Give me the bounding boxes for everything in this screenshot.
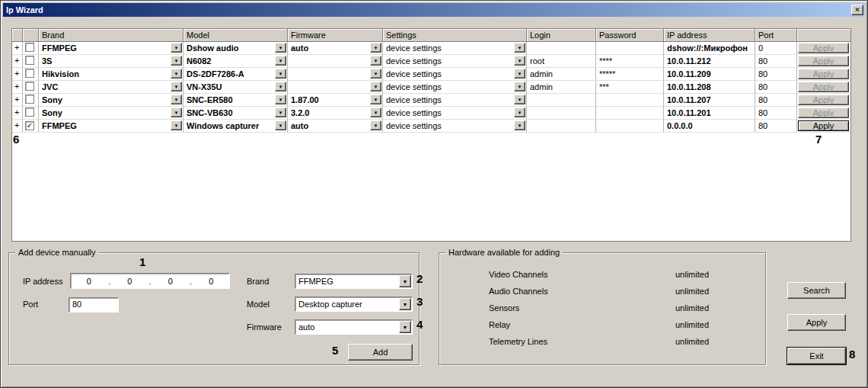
chevron-down-icon[interactable]: ▼ bbox=[275, 120, 286, 130]
chevron-down-icon[interactable]: ▼ bbox=[275, 107, 286, 117]
ip-octet-2[interactable]: 0 bbox=[112, 277, 148, 286]
chevron-down-icon[interactable]: ▼ bbox=[399, 321, 411, 333]
ip-octet-3[interactable]: 0 bbox=[152, 277, 189, 286]
login-cell[interactable] bbox=[527, 94, 596, 107]
chevron-down-icon[interactable]: ▼ bbox=[275, 69, 286, 79]
password-cell[interactable] bbox=[596, 120, 664, 133]
chevron-down-icon[interactable]: ▼ bbox=[275, 43, 286, 53]
ip-octet-4[interactable]: 0 bbox=[193, 277, 230, 286]
settings-cell[interactable]: device settings ▼ bbox=[383, 94, 527, 107]
apply-button[interactable]: Apply bbox=[787, 314, 846, 331]
login-cell[interactable]: root bbox=[527, 55, 596, 68]
row-checkbox[interactable] bbox=[25, 56, 34, 65]
ip-address-cell[interactable]: 0.0.0.0 bbox=[664, 120, 755, 133]
chevron-down-icon[interactable]: ▼ bbox=[171, 56, 182, 66]
password-cell[interactable]: *** bbox=[596, 81, 664, 94]
model-cell[interactable]: Dshow audio ▼ bbox=[183, 42, 288, 55]
firmware-select[interactable]: auto ▼ bbox=[295, 319, 413, 335]
brand-cell[interactable]: 3S ▼ bbox=[39, 55, 183, 68]
row-apply-button[interactable]: Apply bbox=[798, 95, 849, 105]
port-cell[interactable]: 80 bbox=[755, 94, 797, 107]
expand-icon[interactable]: + bbox=[14, 107, 19, 117]
row-checkbox[interactable] bbox=[25, 82, 34, 91]
port-cell[interactable]: 80 bbox=[755, 120, 797, 133]
row-checkbox[interactable] bbox=[25, 69, 34, 78]
port-cell[interactable]: 80 bbox=[755, 55, 797, 68]
password-cell[interactable]: **** bbox=[596, 55, 664, 68]
firmware-cell[interactable]: auto ▼ bbox=[288, 120, 383, 133]
chevron-down-icon[interactable]: ▼ bbox=[171, 43, 182, 53]
firmware-cell[interactable]: 1.87.00 ▼ bbox=[288, 94, 383, 107]
chevron-down-icon[interactable]: ▼ bbox=[514, 43, 525, 53]
port-cell[interactable]: 80 bbox=[755, 107, 797, 120]
row-apply-button[interactable]: Apply bbox=[798, 120, 849, 131]
settings-cell[interactable]: device settings ▼ bbox=[383, 120, 527, 133]
model-cell[interactable]: SNC-ER580 ▼ bbox=[183, 94, 288, 107]
ip-address-input[interactable]: 0.0.0.0 bbox=[70, 273, 230, 289]
chevron-down-icon[interactable]: ▼ bbox=[275, 82, 286, 91]
settings-cell[interactable]: device settings ▼ bbox=[383, 68, 527, 81]
brand-cell[interactable]: JVC ▼ bbox=[39, 81, 183, 94]
ip-address-cell[interactable]: 10.0.11.208 bbox=[664, 81, 755, 94]
brand-cell[interactable]: Hikvision ▼ bbox=[39, 68, 183, 81]
ip-address-cell[interactable]: 10.0.11.209 bbox=[664, 68, 755, 81]
chevron-down-icon[interactable]: ▼ bbox=[514, 95, 525, 104]
brand-cell[interactable]: FFMPEG ▼ bbox=[39, 120, 183, 133]
model-cell[interactable]: DS-2DF7286-A ▼ bbox=[183, 68, 288, 81]
chevron-down-icon[interactable]: ▼ bbox=[370, 56, 381, 66]
firmware-cell[interactable]: ▼ bbox=[288, 68, 383, 81]
port-cell[interactable]: 80 bbox=[755, 81, 797, 94]
row-apply-button[interactable]: Apply bbox=[798, 43, 849, 53]
row-apply-button[interactable]: Apply bbox=[798, 69, 849, 79]
expand-icon[interactable]: + bbox=[14, 56, 19, 65]
password-cell[interactable]: ***** bbox=[596, 68, 664, 81]
chevron-down-icon[interactable]: ▼ bbox=[370, 95, 381, 104]
settings-cell[interactable]: device settings ▼ bbox=[383, 81, 527, 94]
chevron-down-icon[interactable]: ▼ bbox=[275, 95, 286, 104]
expand-icon[interactable]: + bbox=[14, 82, 19, 91]
chevron-down-icon[interactable]: ▼ bbox=[370, 82, 381, 91]
firmware-cell[interactable]: ▼ bbox=[288, 81, 383, 94]
firmware-cell[interactable]: auto ▼ bbox=[288, 42, 383, 55]
model-cell[interactable]: VN-X35U ▼ bbox=[183, 81, 288, 94]
login-cell[interactable] bbox=[527, 107, 596, 120]
chevron-down-icon[interactable]: ▼ bbox=[514, 82, 525, 91]
row-apply-button[interactable]: Apply bbox=[798, 56, 849, 66]
password-cell[interactable] bbox=[596, 42, 664, 55]
chevron-down-icon[interactable]: ▼ bbox=[171, 120, 182, 130]
row-apply-button[interactable]: Apply bbox=[798, 82, 849, 92]
chevron-down-icon[interactable]: ▼ bbox=[171, 69, 182, 79]
ip-address-cell[interactable]: 10.0.11.212 bbox=[664, 55, 755, 68]
port-input[interactable]: 80 bbox=[69, 297, 119, 313]
model-cell[interactable]: N6082 ▼ bbox=[183, 55, 288, 68]
brand-select[interactable]: FFMPEG ▼ bbox=[295, 274, 413, 289]
ip-address-cell[interactable]: 10.0.11.201 bbox=[664, 107, 755, 120]
chevron-down-icon[interactable]: ▼ bbox=[370, 107, 381, 117]
chevron-down-icon[interactable]: ▼ bbox=[171, 82, 182, 91]
firmware-cell[interactable]: 3.2.0 ▼ bbox=[288, 107, 383, 120]
chevron-down-icon[interactable]: ▼ bbox=[370, 69, 381, 79]
chevron-down-icon[interactable]: ▼ bbox=[514, 56, 525, 66]
row-checkbox[interactable] bbox=[25, 95, 34, 104]
ip-address-cell[interactable]: 10.0.11.207 bbox=[664, 94, 755, 107]
brand-cell[interactable]: Sony ▼ bbox=[39, 94, 183, 107]
ip-octet-1[interactable]: 0 bbox=[71, 277, 107, 286]
model-select[interactable]: Desktop capturer ▼ bbox=[295, 297, 413, 312]
brand-cell[interactable]: FFMPEG ▼ bbox=[39, 42, 183, 55]
close-button[interactable]: ✕ bbox=[851, 5, 863, 15]
expand-icon[interactable]: + bbox=[14, 95, 19, 104]
chevron-down-icon[interactable]: ▼ bbox=[399, 298, 411, 310]
login-cell[interactable]: admin bbox=[527, 81, 596, 94]
chevron-down-icon[interactable]: ▼ bbox=[171, 107, 182, 117]
port-cell[interactable]: 80 bbox=[755, 68, 797, 81]
password-cell[interactable] bbox=[596, 107, 664, 120]
chevron-down-icon[interactable]: ▼ bbox=[370, 120, 381, 130]
brand-cell[interactable]: Sony ▼ bbox=[39, 107, 183, 120]
chevron-down-icon[interactable]: ▼ bbox=[514, 107, 525, 117]
expand-icon[interactable]: + bbox=[14, 43, 19, 52]
port-cell[interactable]: 0 bbox=[755, 42, 797, 55]
expand-icon[interactable]: + bbox=[14, 120, 19, 130]
chevron-down-icon[interactable]: ▼ bbox=[370, 43, 381, 53]
settings-cell[interactable]: device settings ▼ bbox=[383, 42, 527, 55]
ip-address-cell[interactable]: dshow://:Микрофон bbox=[664, 42, 755, 55]
